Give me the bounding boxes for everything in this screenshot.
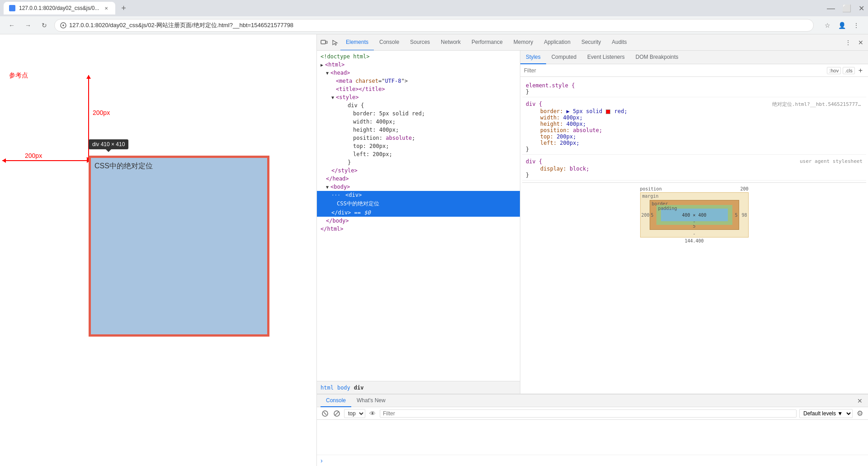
bm-position-label: position	[640, 186, 662, 191]
url-text: 127.0.0.1:8020/day02_css&js/02-网站注册页面/绝对…	[69, 21, 293, 29]
console-level-select[interactable]: Default levels ▼	[799, 409, 853, 418]
styles-tabs: Styles Computed Event Listeners DOM Brea…	[520, 51, 868, 64]
dom-line-html-close[interactable]: </html>	[317, 225, 520, 233]
tab-performance[interactable]: Performance	[466, 34, 508, 51]
styles-tab-dom-breakpoints[interactable]: DOM Breakpoints	[630, 51, 684, 64]
color-swatch-red	[606, 109, 610, 114]
console-input[interactable]	[326, 457, 864, 464]
svg-rect-2	[321, 40, 326, 44]
dom-line-head-close[interactable]: </head>	[317, 175, 520, 183]
dom-line-css-top[interactable]: top: 200px;	[317, 142, 520, 150]
url-bar[interactable]: 127.0.0.1:8020/day02_css&js/02-网站注册页面/绝对…	[54, 19, 814, 32]
demo-text: CSS中的绝对定位	[94, 162, 153, 171]
bm-margin: margin - 200 border 5 5 5	[640, 192, 749, 238]
console-close-button[interactable]: ✕	[855, 396, 864, 405]
maximize-button[interactable]: ⬜	[842, 4, 851, 13]
console-tab-console[interactable]: Console	[321, 395, 351, 407]
tab-security[interactable]: Security	[576, 34, 606, 51]
devtools-device-icon[interactable]	[319, 37, 330, 48]
bm-position-row: position 200	[640, 186, 749, 191]
dom-line-div-close[interactable]: </div> == $0	[317, 209, 520, 217]
tab-application[interactable]: Application	[538, 34, 576, 51]
dom-line-css-left[interactable]: left: 200px;	[317, 150, 520, 158]
svg-line-5	[324, 412, 326, 415]
devtools-close-button[interactable]: ✕	[855, 37, 866, 48]
reload-button[interactable]: ↻	[38, 19, 51, 32]
dom-line-body[interactable]: ▼<body>	[317, 183, 520, 191]
tab-console[interactable]: Console	[374, 34, 405, 51]
devtools-more-button[interactable]: ⋮	[843, 37, 854, 48]
style-selector-element: element.style {	[526, 82, 863, 89]
back-button[interactable]: ←	[5, 19, 18, 32]
tab-audits[interactable]: Audits	[606, 34, 632, 51]
menu-button[interactable]: ⋮	[850, 19, 863, 32]
console-top-select[interactable]: top	[344, 409, 365, 418]
styles-tab-styles[interactable]: Styles	[520, 51, 546, 64]
dom-line-html[interactable]: ▶<html>	[317, 61, 520, 69]
breadcrumb-body[interactable]: body	[337, 385, 350, 391]
dom-line-title[interactable]: <title></title>	[317, 85, 520, 93]
browser-tab[interactable]: 127.0.0.1:8020/day02_css&js/0... ✕	[4, 2, 115, 14]
style-rule-close: }	[526, 89, 863, 95]
profile-button[interactable]: 👤	[835, 19, 848, 32]
filter-bar: :hov .cls +	[520, 64, 868, 77]
style-source-div: 绝对定位.html?__hbt.546521577798:7	[772, 101, 863, 108]
dom-line-css-border[interactable]: border: 5px solid red;	[317, 109, 520, 118]
breadcrumb-html[interactable]: html	[321, 385, 334, 391]
dom-line-style-close[interactable]: </style>	[317, 166, 520, 175]
new-tab-button[interactable]: +	[117, 2, 130, 14]
console-clear-icon[interactable]	[321, 409, 330, 418]
bookmark-button[interactable]: ☆	[821, 19, 834, 32]
svg-rect-3	[326, 41, 327, 43]
styles-tab-computed[interactable]: Computed	[546, 51, 582, 64]
styles-tab-event-listeners[interactable]: Event Listeners	[582, 51, 630, 64]
console-filter-input[interactable]	[380, 409, 797, 418]
tooltip-text: div 410 × 410	[92, 141, 125, 147]
browser-chrome: 127.0.0.1:8020/day02_css&js/0... ✕ + — ⬜…	[0, 0, 868, 34]
dom-line-head[interactable]: ▼<head>	[317, 69, 520, 77]
tab-elements[interactable]: Elements	[340, 34, 374, 51]
console-tab-whatsnew[interactable]: What's New	[351, 395, 391, 407]
bm-position-value: 200	[740, 186, 748, 191]
svg-line-7	[335, 412, 339, 415]
style-rule-ua: div { user agent stylesheet display: blo…	[522, 157, 866, 181]
console-tabs: Console What's New ✕	[317, 395, 868, 407]
tab-network[interactable]: Network	[435, 34, 466, 51]
bm-margin-bottom: -	[693, 231, 695, 236]
filter-input[interactable]	[524, 67, 825, 74]
devtools-tab-icons: ⋮ ✕	[843, 37, 866, 48]
console-eye-icon[interactable]: 👁	[368, 409, 377, 418]
style-div-close: }	[526, 146, 863, 152]
tab-sources[interactable]: Sources	[405, 34, 435, 51]
dom-line-style[interactable]: ▼<style>	[317, 93, 520, 101]
dom-line-css-height[interactable]: height: 400px;	[317, 126, 520, 134]
close-button[interactable]: ✕	[859, 4, 864, 13]
dom-line-css-width[interactable]: width: 400px;	[317, 118, 520, 126]
devtools-body: <!doctype html> ▶<html> ▼<head> <meta ch…	[317, 51, 868, 466]
cls-button[interactable]: .cls	[843, 67, 855, 74]
tab-close-button[interactable]: ✕	[103, 5, 110, 12]
tab-memory[interactable]: Memory	[508, 34, 538, 51]
dom-line-meta[interactable]: <meta charset="UTF-8">	[317, 77, 520, 85]
horizontal-arrow	[2, 160, 90, 161]
dom-line-css-div[interactable]: div {	[317, 101, 520, 109]
hov-button[interactable]: :hov	[827, 67, 841, 74]
dom-line-div-text[interactable]: CSS中的绝对定位	[317, 199, 520, 209]
console-settings-icon[interactable]: ⚙	[855, 409, 864, 418]
dom-line-css-position[interactable]: position: absolute;	[317, 134, 520, 142]
tab-favicon	[9, 5, 15, 11]
dom-line-css-close[interactable]: }	[317, 158, 520, 166]
devtools-select-icon[interactable]	[330, 37, 340, 48]
dom-tree: <!doctype html> ▶<html> ▼<head> <meta ch…	[317, 51, 520, 381]
dom-line-doctype[interactable]: <!doctype html>	[317, 52, 520, 61]
breadcrumb-div[interactable]: div	[354, 385, 364, 391]
dom-line-body-close[interactable]: </body>	[317, 217, 520, 225]
console-toolbar: top 👁 Default levels ▼ ⚙	[317, 407, 868, 420]
console-body	[317, 420, 868, 455]
minimize-button[interactable]: —	[827, 4, 835, 13]
forward-button[interactable]: →	[22, 19, 34, 32]
dom-line-div-selected[interactable]: ··· <div>	[317, 191, 520, 199]
add-style-button[interactable]: +	[857, 66, 864, 75]
console-ban-icon[interactable]	[332, 409, 341, 418]
box-model-section: position 200 margin - 200	[522, 182, 866, 247]
